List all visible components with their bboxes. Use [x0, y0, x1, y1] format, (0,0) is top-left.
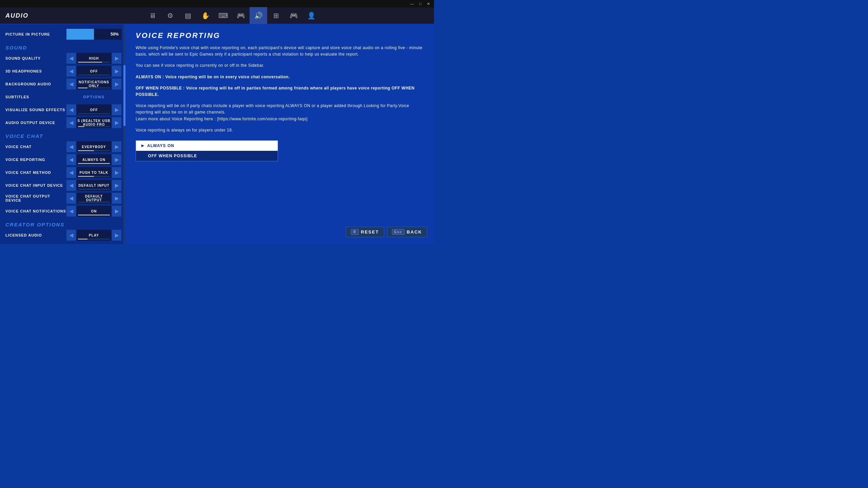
ctrl-bar-fill	[78, 176, 94, 177]
pip-value: 50%	[111, 32, 119, 37]
ctrl-left-btn[interactable]: ◀	[66, 180, 76, 191]
ctrl-value-text: OFF	[90, 69, 98, 73]
ctrl-value: HIGH	[77, 53, 111, 64]
creator-section-title: CREATOR OPTIONS	[5, 222, 120, 227]
sound-section-header: SOUND	[0, 41, 125, 52]
ctrl-bar-fill	[78, 150, 94, 151]
bottom-buttons: R RESET Esc BACK	[346, 227, 427, 237]
close-button[interactable]: ✕	[426, 2, 431, 6]
pip-setting-row: PICTURE IN PICTURE 50%	[0, 28, 125, 41]
app-title: AUDIO	[5, 12, 28, 19]
monitor-icon[interactable]: 🖥	[144, 7, 161, 24]
settings-icon[interactable]: ⚙	[161, 7, 179, 24]
ctrl-bar	[78, 239, 110, 240]
ctrl-value: ON	[77, 206, 111, 217]
setting-control: ◀ DEFAULT INPUT ▶	[66, 180, 121, 191]
options-link[interactable]: OPTIONS	[66, 94, 121, 100]
ctrl-bar	[78, 62, 110, 63]
ctrl-right-btn[interactable]: ▶	[112, 167, 121, 178]
top-nav: AUDIO 🖥⚙▤✋⌨🎮🔊⊞🎮👤	[0, 7, 434, 24]
profile-icon[interactable]: 👤	[302, 7, 320, 24]
reset-button[interactable]: R RESET	[346, 227, 384, 237]
maximize-button[interactable]: □	[418, 2, 423, 6]
creator-section-header: CREATOR OPTIONS	[0, 218, 125, 229]
ctrl-bar	[78, 189, 110, 190]
ctrl-left-btn[interactable]: ◀	[66, 154, 76, 165]
ctrl-left-btn[interactable]: ◀	[66, 167, 76, 178]
voicechat-settings: VOICE CHAT ◀ EVERYBODY ▶ VOICE REPORTING…	[0, 140, 125, 218]
ctrl-bar	[78, 87, 110, 88]
pip-slider[interactable]: 50%	[66, 29, 121, 40]
unselected-arrow	[141, 154, 145, 158]
voice-chat-section-title: VOICE CHAT	[5, 133, 120, 139]
ctrl-left-btn[interactable]: ◀	[66, 193, 76, 204]
setting-label: VOICE CHAT METHOD	[5, 170, 66, 175]
ctrl-left-btn[interactable]: ◀	[66, 79, 76, 89]
setting-label: VOICE CHAT OUTPUT DEVICE	[5, 194, 66, 202]
ctrl-left-btn[interactable]: ◀	[66, 206, 76, 217]
dropdown-item-always-on[interactable]: ▶ ALWAYS ON	[136, 141, 278, 151]
ctrl-value-text: PUSH TO TALK	[80, 171, 108, 175]
ctrl-value-text: HIGH	[89, 57, 99, 60]
dropdown-item-off-when-possible[interactable]: OFF WHEN POSSIBLE	[136, 151, 278, 161]
setting-row-voice-chat-notifications: VOICE CHAT NOTIFICATIONS ◀ ON ▶	[0, 205, 125, 218]
info-para-3: ALWAYS ON : Voice reporting will be on i…	[136, 74, 424, 80]
ctrl-bar	[78, 163, 110, 164]
minimize-button[interactable]: —	[409, 2, 415, 6]
ctrl-right-btn[interactable]: ▶	[112, 117, 121, 128]
ctrl-right-btn[interactable]: ▶	[112, 230, 121, 241]
ctrl-value: DEFAULT OUTPUT	[77, 193, 111, 204]
setting-row-voice-chat: VOICE CHAT ◀ EVERYBODY ▶	[0, 140, 125, 153]
ctrl-right-btn[interactable]: ▶	[112, 104, 121, 115]
ctrl-left-btn[interactable]: ◀	[66, 66, 76, 77]
ctrl-bar	[78, 150, 110, 151]
right-panel: VOICE REPORTING While using Fortnite's v…	[125, 24, 434, 244]
ctrl-right-btn[interactable]: ▶	[112, 79, 121, 89]
voice-chat-section-header: VOICE CHAT	[0, 129, 125, 140]
ctrl-right-btn[interactable]: ▶	[112, 53, 121, 64]
title-bar: — □ ✕	[0, 0, 434, 7]
ctrl-left-btn[interactable]: ◀	[66, 141, 76, 152]
setting-row-background-audio: BACKGROUND AUDIO ◀ NOTIFICATIONS ONLY ▶	[0, 78, 125, 90]
setting-label: VOICE CHAT	[5, 145, 66, 149]
ctrl-right-btn[interactable]: ▶	[112, 180, 121, 191]
ctrl-value-text: OFF	[90, 108, 98, 112]
keyboard-icon[interactable]: ⌨	[214, 7, 232, 24]
creator-settings: LICENSED AUDIO ◀ PLAY ▶	[0, 229, 125, 242]
setting-control: ◀ OFF ▶	[66, 66, 121, 77]
dropdown-item-off-when-possible-label: OFF WHEN POSSIBLE	[148, 154, 197, 158]
ctrl-right-btn[interactable]: ▶	[112, 206, 121, 217]
ctrl-value-text: S (REALTEK USB AUDIO FRO	[77, 119, 111, 126]
ctrl-left-btn[interactable]: ◀	[66, 117, 76, 128]
setting-row-voice-reporting: VOICE REPORTING ◀ ALWAYS ON ▶	[0, 153, 125, 166]
controller-icon[interactable]: ✋	[197, 7, 214, 24]
controller2-icon[interactable]: 🎮	[285, 7, 302, 24]
ctrl-bar-fill	[78, 126, 84, 127]
ctrl-left-btn[interactable]: ◀	[66, 230, 76, 241]
info-para-5: Voice reporting will be on if party chat…	[136, 103, 424, 122]
back-button[interactable]: Esc BACK	[387, 227, 427, 237]
ctrl-value: PLAY	[77, 230, 111, 241]
ctrl-value: OFF	[77, 104, 111, 115]
ctrl-left-btn[interactable]: ◀	[66, 104, 76, 115]
ctrl-right-btn[interactable]: ▶	[112, 66, 121, 77]
ctrl-right-btn[interactable]: ▶	[112, 141, 121, 152]
equalizer-icon[interactable]: ▤	[179, 7, 197, 24]
setting-control: ◀ PUSH TO TALK ▶	[66, 167, 121, 178]
ctrl-value: PUSH TO TALK	[77, 167, 111, 178]
setting-label: AUDIO OUTPUT DEVICE	[5, 121, 66, 125]
setting-control: ◀ EVERYBODY ▶	[66, 141, 121, 152]
ctrl-right-btn[interactable]: ▶	[112, 154, 121, 165]
layout-icon[interactable]: ⊞	[267, 7, 285, 24]
ctrl-right-btn[interactable]: ▶	[112, 193, 121, 204]
setting-label: 3D HEADPHONES	[5, 69, 66, 73]
selected-arrow: ▶	[141, 144, 144, 147]
setting-row-voice-chat-input-device: VOICE CHAT INPUT DEVICE ◀ DEFAULT INPUT …	[0, 179, 125, 192]
gamepad2-icon[interactable]: 🎮	[232, 7, 250, 24]
audio-icon[interactable]: 🔊	[250, 7, 267, 24]
ctrl-value-text: ON	[91, 209, 97, 213]
ctrl-left-btn[interactable]: ◀	[66, 53, 76, 64]
ctrl-value: DEFAULT INPUT	[77, 180, 111, 191]
ctrl-bar	[78, 215, 110, 216]
pip-label: PICTURE IN PICTURE	[5, 32, 66, 36]
